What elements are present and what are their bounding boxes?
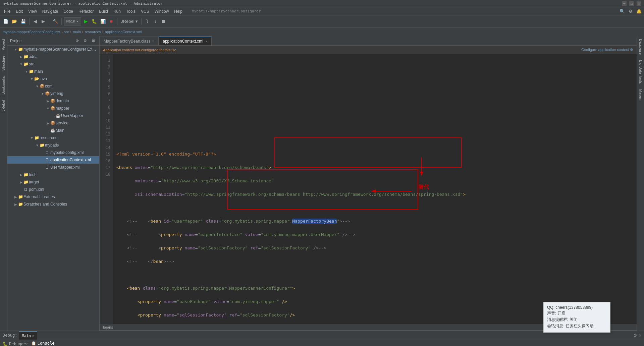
window-title: mybatis-mapperScannerConfigurer - applic… <box>3 1 163 6</box>
path-part-1[interactable]: mybatis-mapperScannerConfigurer <box>3 30 60 34</box>
debug-main-tab[interactable]: Main × <box>19 331 37 340</box>
tab-mapperfactorybean[interactable]: MapperFactoryBean.class × <box>100 37 159 45</box>
configure-link[interactable]: Configure application context ⚙ <box>581 48 633 52</box>
tree-usermapper[interactable]: ☕ UserMapper <box>7 112 99 119</box>
tree-main-class[interactable]: ☕ Main <box>7 127 99 134</box>
qq-row-3: 消息提醒栏: 关闭 <box>547 317 607 323</box>
settings-btn[interactable]: ⚙ <box>627 7 634 15</box>
tree-mybatis[interactable]: ▼ 📁 mybatis <box>7 141 99 149</box>
save-btn[interactable]: 💾 <box>19 17 27 25</box>
menu-help[interactable]: Help <box>171 8 185 14</box>
gear-btn[interactable]: ⚙ <box>82 38 89 44</box>
menu-navigate[interactable]: Navigate <box>40 8 61 14</box>
expand-arrow: ▼ <box>14 48 17 51</box>
menu-run[interactable]: Run <box>111 8 123 14</box>
tree-com[interactable]: ▼ 📦 com <box>7 82 99 90</box>
sync-btn[interactable]: ⟳ <box>74 38 80 44</box>
maximize-button[interactable]: □ <box>629 1 634 6</box>
database-panel-tab[interactable]: Database <box>637 36 644 57</box>
expand-arrow: ▼ <box>36 84 39 88</box>
tree-ext-libs[interactable]: ▶ 📁 External Libraries <box>7 193 99 200</box>
menu-window[interactable]: Window <box>152 8 172 14</box>
code-line-11: <bean class="org.mybatis.spring.mapper.M… <box>116 285 637 292</box>
expand-btn[interactable]: ⊞ <box>90 38 97 44</box>
path-part-4[interactable]: resources <box>85 30 101 34</box>
project-panel-tab[interactable]: Project <box>0 36 7 53</box>
code-editor[interactable]: 12345 678910 1112131415 161718 <box>100 54 637 324</box>
menu-tools[interactable]: Tools <box>123 8 138 14</box>
new-file-btn[interactable]: 📄 <box>2 17 9 25</box>
minimize-button[interactable]: ─ <box>622 1 627 6</box>
debug-label: Debug: <box>3 333 17 338</box>
project-sidebar: Project ⟳ ⚙ ⊞ ▼ 📁 mybatis-mapperScannerC… <box>7 36 100 331</box>
tree-scratches[interactable]: ▶ 📁 Scratches and Consoles <box>7 200 99 208</box>
code-line-2: <beans xmlns="http://www.springframework… <box>116 164 637 171</box>
code-line-6: <!-- <bean id="userMapper" class="org.my… <box>116 218 637 225</box>
close-debug-btn[interactable]: × <box>639 333 641 338</box>
separator-3 <box>61 18 62 25</box>
build-btn[interactable]: 🔨 <box>52 17 59 25</box>
tree-yimeng[interactable]: ▼ 📦 yimeng <box>7 90 99 97</box>
notifications-btn[interactable]: 🔔 <box>635 7 643 15</box>
code-line-10 <box>116 272 637 278</box>
close-tab-appcontext[interactable]: × <box>205 40 207 43</box>
path-part-3[interactable]: main <box>73 30 81 34</box>
tree-domain[interactable]: ▶ 📦 domain <box>7 97 99 105</box>
code-content[interactable]: 替代 <?xml version="1.0" encoding="UTF-8"?… <box>113 54 637 324</box>
tab-appcontext[interactable]: applicationContext.xml × <box>159 37 212 45</box>
menu-edit[interactable]: Edit <box>13 8 25 14</box>
path-part-2[interactable]: src <box>64 30 69 34</box>
open-btn[interactable]: 📂 <box>11 17 18 25</box>
forward-btn[interactable]: ▶ <box>40 17 47 25</box>
tree-mapper[interactable]: ▼ 📦 mapper <box>7 105 99 112</box>
jrebel-btn[interactable]: JRebel ▾ <box>120 17 139 25</box>
menu-file[interactable]: File <box>1 8 13 14</box>
menu-vcs[interactable]: VCS <box>138 8 152 14</box>
back-btn[interactable]: ◀ <box>32 17 39 25</box>
line-numbers: 12345 678910 1112131415 161718 <box>100 54 113 324</box>
tree-test[interactable]: ▶ 📁 test <box>7 171 99 178</box>
tree-pom[interactable]: 🗒 pom.xml <box>7 186 99 193</box>
run-btn[interactable]: ▶ <box>83 17 89 25</box>
code-line-8: <!-- <property name="sqlSessionFactory" … <box>116 245 637 251</box>
run-coverage-btn[interactable]: 📊 <box>99 17 107 25</box>
tree-appcontext[interactable]: 🗒 applicationContext.xml <box>7 156 99 164</box>
tree-main[interactable]: ▼ 📁 main <box>7 68 99 75</box>
jrebel-panel-tab[interactable]: JRebel <box>0 97 7 114</box>
structure-panel-tab[interactable]: Structure <box>0 53 7 73</box>
run-config-dropdown[interactable]: Main ▾ <box>64 17 81 25</box>
stop-debug-btn[interactable]: ⏹ <box>160 17 167 25</box>
maven-panel-tab[interactable]: Maven <box>637 86 644 103</box>
debug-btn[interactable]: 🐛 <box>91 17 98 25</box>
step-over-btn[interactable]: ⤵ <box>144 17 151 25</box>
tree-service[interactable]: ▶ 📦 service <box>7 119 99 127</box>
stop-btn[interactable]: ■ <box>108 17 115 25</box>
tree-target[interactable]: ▶ 📁 target <box>7 178 99 186</box>
menu-view[interactable]: View <box>25 8 40 14</box>
sidebar-title: Project <box>10 39 22 43</box>
path-part-5[interactable]: applicationContext.xml <box>105 30 142 34</box>
settings-debug-btn[interactable]: ⚙ <box>633 333 637 338</box>
bookmarks-panel-tab[interactable]: Bookmarks <box>0 73 7 97</box>
tree-resources[interactable]: ▼ 📁 resources <box>7 134 99 141</box>
menu-build[interactable]: Build <box>96 8 111 14</box>
menu-refactor[interactable]: Refactor <box>76 8 96 14</box>
step-into-btn[interactable]: ↓ <box>152 17 159 25</box>
console-subtab[interactable]: 📋Console <box>31 341 55 346</box>
search-everywhere-btn[interactable]: 🔍 <box>619 7 626 15</box>
tree-src[interactable]: ▼ 📁 src <box>7 60 99 68</box>
close-tab-mapperfactorybean[interactable]: × <box>152 39 154 43</box>
tree-idea[interactable]: ▶ 📁 .idea <box>7 53 99 60</box>
debug-subtabs: 🐛Debugger 📋Console <box>0 340 644 346</box>
close-button[interactable]: ✕ <box>637 1 641 6</box>
tree-mybatis-config[interactable]: 🗒 mybatis-config.xml <box>7 149 99 156</box>
debugger-subtab[interactable]: 🐛Debugger <box>3 342 29 346</box>
service-label: service <box>56 121 68 125</box>
bigdata-panel-tab[interactable]: Big Data Tools <box>637 57 644 86</box>
menu-code[interactable]: Code <box>61 8 76 14</box>
tree-root[interactable]: ▼ 📁 mybatis-mapperScannerConfigurer E:\m… <box>7 46 99 53</box>
window-controls: ─ □ ✕ <box>622 1 641 6</box>
qq-row-2: 声音: 开启 <box>547 310 607 316</box>
tree-usermapper-xml[interactable]: 🗒 UserMapper.xml <box>7 164 99 171</box>
tree-java[interactable]: ▼ 📂 java <box>7 75 99 82</box>
